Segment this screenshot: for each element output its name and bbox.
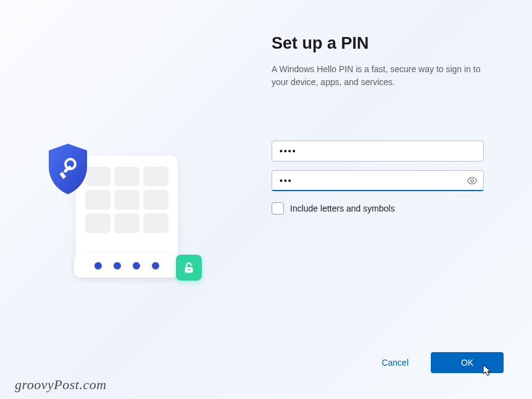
- pin-dots-bar: [74, 254, 179, 278]
- illustration-panel: [0, 0, 235, 399]
- shield-key-icon: [44, 142, 92, 196]
- ok-button[interactable]: OK: [431, 352, 504, 373]
- page-subtitle: A Windows Hello PIN is a fast, secure wa…: [272, 63, 481, 89]
- confirm-pin-input[interactable]: [272, 170, 484, 191]
- include-letters-symbols-checkbox[interactable]: [272, 202, 284, 215]
- pin-illustration: [46, 144, 188, 280]
- svg-point-6: [471, 179, 474, 183]
- cancel-button[interactable]: Cancel: [379, 353, 411, 372]
- form-panel: Set up a PIN A Windows Hello PIN is a fa…: [235, 0, 532, 399]
- pin-dot: [114, 262, 121, 269]
- page-title: Set up a PIN: [272, 34, 495, 53]
- pin-dot: [152, 262, 159, 269]
- checkbox-label: Include letters and symbols: [290, 204, 395, 213]
- unlock-icon: [176, 255, 202, 281]
- pin-dot: [94, 262, 102, 269]
- svg-point-5: [188, 268, 190, 270]
- pin-dot: [133, 262, 140, 269]
- keypad-key: [114, 167, 139, 186]
- new-pin-input[interactable]: [272, 141, 484, 162]
- reveal-password-icon[interactable]: [467, 175, 478, 186]
- watermark: groovyPost.com: [15, 377, 107, 393]
- keypad-key: [143, 190, 168, 210]
- keypad-key: [114, 213, 139, 233]
- keypad-key: [143, 213, 168, 233]
- keypad-key: [85, 213, 110, 233]
- keypad-key: [143, 167, 168, 186]
- keypad-key: [114, 190, 139, 210]
